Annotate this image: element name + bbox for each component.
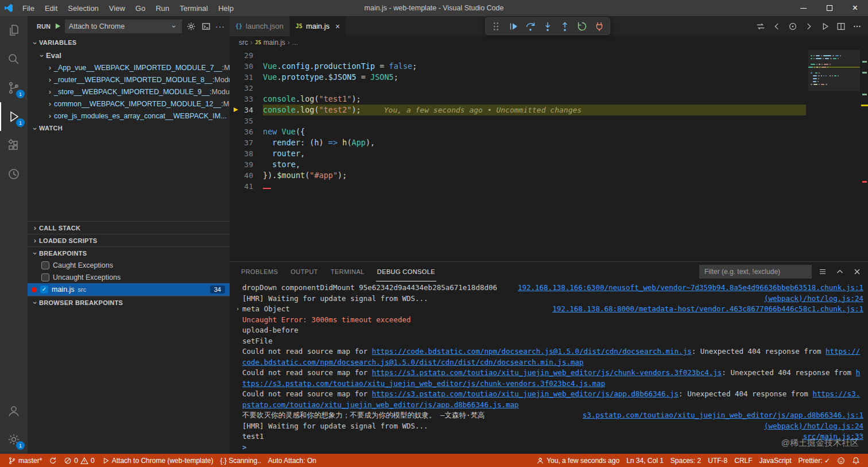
panel-tab-problems[interactable]: PROBLEMS: [240, 262, 279, 281]
disconnect-button[interactable]: [592, 19, 607, 34]
breakpoint-checkbox[interactable]: ✓: [40, 285, 48, 294]
start-debugging-icon[interactable]: [54, 22, 61, 30]
console-link[interactable]: https://s3.pstatp.com/toutiao/xitu_jueji…: [372, 368, 722, 377]
code-line[interactable]: 29: [230, 50, 806, 61]
clear-console-icon[interactable]: [816, 265, 829, 278]
console-source-link[interactable]: s3.pstatp.com/toutiao/xitu_juejin_web_ed…: [583, 410, 863, 421]
breakpoint-row[interactable]: Caught Exceptions: [28, 259, 230, 271]
panel-tab-debug-console[interactable]: DEBUG CONSOLE: [376, 262, 436, 281]
code-line[interactable]: 37 render: (h) => h(App),: [230, 137, 806, 148]
menu-help[interactable]: Help: [213, 0, 239, 16]
variable-row[interactable]: ›_router__WEBPACK_IMPORTED_MODULE_8__: M…: [28, 74, 230, 86]
console-row[interactable]: Could not read source map for https://s3…: [233, 368, 863, 389]
continue-button[interactable]: [506, 19, 521, 34]
run-and-debug-icon[interactable]: 1: [0, 102, 28, 131]
menu-terminal[interactable]: Terminal: [175, 0, 213, 16]
auto-attach-status[interactable]: Auto Attach: On: [265, 454, 320, 467]
launch-config-select[interactable]: Attach to Chrome ›: [65, 20, 182, 33]
account-icon[interactable]: [0, 396, 28, 425]
code-line[interactable]: 32: [230, 83, 806, 94]
panel-tab-output[interactable]: OUTPUT: [289, 262, 319, 281]
variable-row[interactable]: ›_store__WEBPACK_IMPORTED_MODULE_9__: Mo…: [28, 86, 230, 98]
more-actions-icon[interactable]: [850, 19, 865, 34]
console-row[interactable]: Uncaught Error: 3000ms timeout exceeded: [233, 315, 863, 326]
minimize-button[interactable]: [790, 0, 816, 16]
console-row[interactable]: setFile: [233, 336, 863, 347]
console-link[interactable]: https://s3.pstatp.com/toutiao/xitu_jueji…: [372, 389, 679, 398]
loaded-scripts-section-header[interactable]: › LOADED SCRIPTS: [28, 234, 230, 246]
extensions-icon[interactable]: [0, 131, 28, 160]
code-line[interactable]: 35: [230, 115, 806, 126]
breakpoint-checkbox[interactable]: [41, 261, 49, 269]
open-changes-icon[interactable]: [753, 19, 768, 34]
code-line[interactable]: 33console.log("test1");: [230, 94, 806, 105]
panel-tab-terminal[interactable]: TERMINAL: [330, 262, 366, 281]
restart-button[interactable]: [575, 19, 590, 34]
debug-console-icon[interactable]: [200, 21, 212, 32]
breakpoints-section-header[interactable]: › BREAKPOINTS: [28, 246, 230, 259]
code-line[interactable]: 38 router,: [230, 148, 806, 159]
close-window-button[interactable]: ×: [842, 0, 868, 16]
code-line[interactable]: 36new Vue({: [230, 126, 806, 137]
cursor-position-status[interactable]: Ln 34, Col 1: [623, 454, 667, 467]
step-out-button[interactable]: [557, 19, 572, 34]
console-row[interactable]: upload-before: [233, 325, 863, 336]
variable-row[interactable]: ›common__WEBPACK_IMPORTED_MODULE_12__: M…: [28, 98, 230, 110]
breadcrumb-folder[interactable]: src: [239, 38, 248, 47]
expand-arrow-icon[interactable]: ›: [233, 304, 242, 315]
overview-ruler[interactable]: [861, 49, 868, 261]
split-editor-icon[interactable]: [834, 19, 848, 34]
history-icon[interactable]: [0, 160, 28, 188]
console-filter-input[interactable]: [699, 265, 812, 279]
run-or-debug-icon[interactable]: [817, 19, 832, 34]
watch-section-header[interactable]: › WATCH: [28, 122, 230, 134]
step-over-button[interactable]: [523, 19, 538, 34]
close-panel-icon[interactable]: [851, 265, 863, 278]
console-source-link[interactable]: 192.168.138.166:6300/neusoft_web/vendor~…: [518, 283, 863, 294]
settings-gear-icon[interactable]: 1: [0, 425, 28, 454]
indentation-status[interactable]: Spaces: 2: [667, 454, 704, 467]
breadcrumb-file[interactable]: main.js: [264, 38, 285, 47]
branch-status[interactable]: master*: [5, 454, 45, 467]
menu-file[interactable]: File: [17, 0, 40, 16]
debug-console-output[interactable]: dropDown componentDidMount 95e62342d9a44…: [230, 281, 868, 454]
console-row[interactable]: 不要吹灭你的灵感和你的想象力；不要成为你的模型的奴隶。 —文森特·梵高s3.ps…: [233, 410, 863, 421]
menu-run[interactable]: Run: [150, 0, 175, 16]
code-editor[interactable]: 2930Vue.config.productionTip = false;31V…: [230, 49, 868, 261]
gutter-indicator-icon[interactable]: [785, 19, 800, 34]
ts-scanning-status[interactable]: {.} Scanning..: [216, 454, 264, 467]
variable-row[interactable]: ›core_js_modules_es_array_concat__WEBPAC…: [28, 110, 230, 122]
console-source-link[interactable]: (webpack)/hot/log.js:24: [764, 294, 863, 304]
code-line[interactable]: 31Vue.prototype.$JSON5 = JSON5;: [230, 72, 806, 83]
views-more-actions-icon[interactable]: ···: [215, 22, 225, 31]
variable-row[interactable]: ›_App_vue__WEBPACK_IMPORTED_MODULE_7__: …: [28, 61, 230, 74]
toolbar-drag-handle[interactable]: [489, 19, 503, 34]
maximize-restore-button[interactable]: [816, 0, 842, 16]
code-line[interactable]: 41: [230, 181, 806, 192]
console-source-link[interactable]: 192.168.138.68:8000/metadata-host/vendor…: [552, 304, 863, 315]
tab-main.js[interactable]: JSmain.js×: [290, 16, 346, 36]
problems-status[interactable]: 0 0: [60, 454, 98, 467]
console-row[interactable]: dropDown componentDidMount 95e62342d9a44…: [233, 283, 863, 294]
notifications-bell-icon[interactable]: [848, 454, 863, 467]
menu-edit[interactable]: Edit: [40, 0, 63, 16]
breakpoint-checkbox[interactable]: [41, 273, 49, 281]
next-change-icon[interactable]: [801, 19, 816, 34]
code-line[interactable]: 39 store,: [230, 159, 806, 170]
call-stack-section-header[interactable]: › CALL STACK: [28, 221, 230, 234]
menu-go[interactable]: Go: [130, 0, 150, 16]
prettier-status[interactable]: Prettier: ✓: [795, 454, 834, 467]
tab-launch.json[interactable]: {}launch.json: [230, 16, 290, 36]
explorer-icon[interactable]: [0, 16, 28, 45]
previous-change-icon[interactable]: [769, 19, 784, 34]
menu-selection[interactable]: Selection: [63, 0, 103, 16]
search-icon[interactable]: [0, 45, 28, 74]
code-line[interactable]: 30Vue.config.productionTip = false;: [230, 61, 806, 72]
source-control-icon[interactable]: 1: [0, 74, 28, 102]
language-status[interactable]: JavaScript: [756, 454, 795, 467]
sync-status[interactable]: [45, 454, 60, 467]
maximize-panel-icon[interactable]: [834, 265, 846, 278]
browser-breakpoints-section-header[interactable]: › BROWSER BREAKPOINTS: [28, 296, 230, 308]
blame-status[interactable]: You, a few seconds ago: [533, 454, 623, 467]
minimap[interactable]: [808, 50, 860, 119]
